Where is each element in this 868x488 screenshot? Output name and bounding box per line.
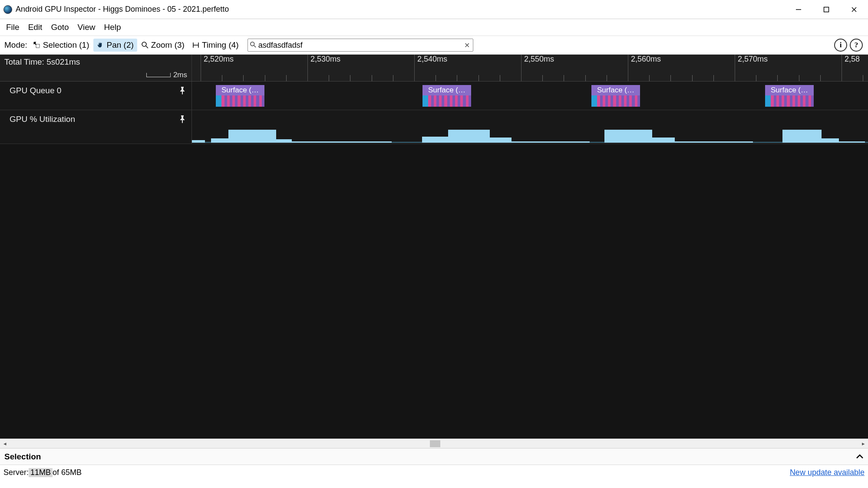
time-scale-label: 2ms <box>173 71 187 79</box>
ruler-tick-minor <box>457 75 457 81</box>
util-bar <box>675 141 753 143</box>
surface-block-label: Surface (… <box>591 85 640 95</box>
ruler-tick-major: 2,520ms <box>201 55 234 81</box>
ruler-tick-minor <box>692 75 693 81</box>
util-bar <box>512 141 590 143</box>
surface-block[interactable]: Surface (… <box>216 85 264 107</box>
search-icon <box>248 40 258 50</box>
surface-block-bars <box>765 95 814 107</box>
scrollbar-thumb[interactable] <box>430 440 440 447</box>
search-box[interactable]: ✕ <box>248 39 473 52</box>
scrollbar-track[interactable] <box>10 439 858 448</box>
mode-selection[interactable]: Selection (1) <box>30 39 93 52</box>
ruler-tick-major: 2,550ms <box>521 55 554 81</box>
track-gpu-utilization[interactable]: GPU % Utilization <box>0 110 868 144</box>
maximize-button[interactable] <box>812 0 840 19</box>
close-button[interactable] <box>840 0 868 19</box>
ruler-tick-minor <box>863 75 863 81</box>
pin-icon[interactable] <box>179 115 185 125</box>
mode-timing-label: Timing (4) <box>202 40 239 50</box>
ruler-tick-minor <box>436 75 436 81</box>
ruler-tick-major: 2,540ms <box>414 55 447 81</box>
surface-block-label: Surface (… <box>216 85 264 95</box>
ruler-tick-major: 2,570ms <box>735 55 768 81</box>
ruler-tick-minor <box>713 75 714 81</box>
surface-block[interactable]: Surface (… <box>765 85 814 107</box>
ruler-tick-minor <box>820 75 821 81</box>
pin-icon[interactable] <box>179 87 185 97</box>
surface-block-bars <box>216 95 264 107</box>
total-time-label: Total Time: 5s021ms <box>4 57 187 67</box>
ruler-tick-major: 2,58 <box>842 55 860 81</box>
ruler-tick-minor <box>286 75 287 81</box>
status-bar: Server: 11MB of 65MB New update availabl… <box>0 465 868 480</box>
scroll-right-arrow[interactable]: ▸ <box>858 440 868 447</box>
server-mem-used: 11MB <box>29 468 53 477</box>
svg-point-10 <box>251 42 254 46</box>
ruler-tick-minor <box>500 75 500 81</box>
horizontal-scrollbar[interactable]: ◂ ▸ <box>0 439 868 448</box>
util-bar <box>292 141 392 143</box>
menu-bar: File Edit Goto View Help <box>0 19 868 36</box>
server-label: Server: <box>3 468 29 477</box>
search-input[interactable] <box>258 41 462 50</box>
util-bar <box>422 137 448 143</box>
menu-file[interactable]: File <box>2 21 24 34</box>
surface-block-label: Surface (… <box>765 85 814 95</box>
svg-line-11 <box>254 46 255 47</box>
clear-search-icon[interactable]: ✕ <box>462 41 473 49</box>
surface-block-bars <box>422 95 471 107</box>
mode-zoom[interactable]: Zoom (3) <box>138 39 188 52</box>
time-ruler[interactable]: 2,520ms2,530ms2,540ms2,550ms2,560ms2,570… <box>192 55 868 81</box>
ruler-tick-minor <box>265 75 265 81</box>
util-bar <box>448 130 490 143</box>
util-bar <box>490 138 512 143</box>
ruler-tick-minor <box>564 75 564 81</box>
ruler-tick-minor <box>607 75 607 81</box>
mode-timing[interactable]: Timing (4) <box>189 39 242 52</box>
help-icon[interactable]: ? <box>850 39 863 52</box>
timeline-header: Total Time: 5s021ms 2ms 2,520ms2,530ms2,… <box>0 55 868 82</box>
mode-label: Mode: <box>3 40 29 50</box>
menu-edit[interactable]: Edit <box>24 21 47 34</box>
ruler-tick-minor <box>777 75 778 81</box>
surface-block[interactable]: Surface (… <box>422 85 471 107</box>
time-scale-indicator: 2ms <box>146 71 187 79</box>
title-bar: Android GPU Inspector - Higgs Dominoes -… <box>0 0 868 19</box>
track-gpu-queue-0[interactable]: GPU Queue 0 Surface (…Surface (…Surface … <box>0 82 868 110</box>
ruler-tick-minor <box>243 75 244 81</box>
scroll-left-arrow[interactable]: ◂ <box>0 440 10 447</box>
menu-goto[interactable]: Goto <box>46 21 73 34</box>
ruler-tick-minor <box>222 75 222 81</box>
ruler-tick-minor <box>329 75 329 81</box>
menu-help[interactable]: Help <box>99 21 125 34</box>
ruler-tick-major: 2,530ms <box>307 55 340 81</box>
mode-zoom-label: Zoom (3) <box>151 40 185 50</box>
app-icon <box>3 5 12 14</box>
pan-icon <box>97 42 104 49</box>
util-bar <box>782 130 822 143</box>
ruler-tick-minor <box>350 75 350 81</box>
surface-block[interactable]: Surface (… <box>591 85 640 107</box>
zoom-icon <box>142 42 149 49</box>
selection-icon <box>33 42 40 49</box>
ruler-tick-minor <box>542 75 543 81</box>
info-icon[interactable]: i <box>834 39 847 52</box>
util-bar <box>192 140 205 143</box>
chevron-up-icon[interactable] <box>856 452 864 462</box>
svg-point-5 <box>142 42 146 46</box>
menu-view[interactable]: View <box>73 21 100 34</box>
ruler-tick-minor <box>670 75 671 81</box>
svg-line-6 <box>146 46 148 48</box>
mode-pan-label: Pan (2) <box>106 40 133 50</box>
window-title: Android GPU Inspector - Higgs Dominoes -… <box>16 5 229 14</box>
update-available-link[interactable]: New update available <box>790 468 865 477</box>
ruler-tick-major: 2,560ms <box>628 55 661 81</box>
selection-panel-title: Selection <box>4 452 41 462</box>
timeline[interactable]: Total Time: 5s021ms 2ms 2,520ms2,530ms2,… <box>0 55 868 439</box>
minimize-button[interactable] <box>785 0 812 19</box>
ruler-tick-minor <box>649 75 650 81</box>
server-mem-rest: of 65MB <box>53 468 82 477</box>
mode-pan[interactable]: Pan (2) <box>93 39 137 52</box>
selection-panel-header[interactable]: Selection <box>0 448 868 465</box>
